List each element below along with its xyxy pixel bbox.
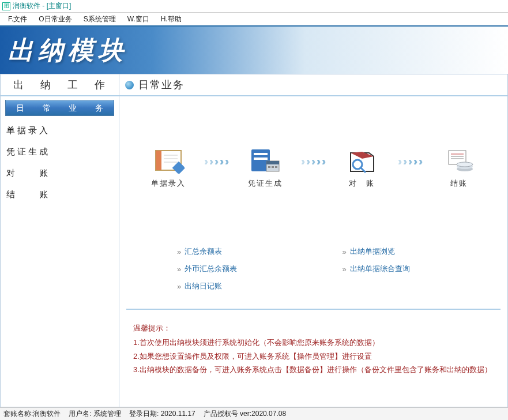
sidebar-category-daily[interactable]: 日 常 业 务 (5, 100, 114, 116)
svg-rect-12 (272, 166, 274, 168)
window-title: 润衡软件 - [主窗口] (13, 1, 71, 11)
tips-title: 温馨提示： (133, 321, 494, 335)
sidebar-item-voucher[interactable]: 凭证生成 (6, 143, 113, 164)
menu-window[interactable]: W.窗口 (122, 13, 155, 26)
link-cash-journal[interactable]: 出纳日记账 (177, 281, 319, 291)
sidebar: 出 纳 工 作 日 常 业 务 单据录入 凭证生成 对 账 结 账 (0, 74, 119, 407)
menu-help[interactable]: H.帮助 (155, 13, 187, 26)
reconcile-icon (346, 148, 378, 174)
sidebar-header: 出 纳 工 作 (1, 74, 119, 96)
flow-arrow-icon (302, 160, 326, 177)
status-bar: 套账名称:润衡软件 用户名: 系统管理 登录日期: 2020.11.17 产品授… (0, 407, 508, 420)
menu-file[interactable]: F.文件 (2, 13, 33, 26)
status-account: 套账名称:润衡软件 (3, 409, 69, 419)
svg-rect-10 (266, 161, 279, 164)
flow-label: 单据录入 (151, 178, 186, 189)
document-entry-icon (152, 148, 185, 174)
link-bill-browse[interactable]: 出纳单据浏览 (343, 246, 485, 257)
status-login-date: 登录日期: 2020.11.17 (129, 409, 204, 419)
link-bill-query[interactable]: 出纳单据综合查询 (343, 264, 485, 274)
flow-arrow-icon (205, 160, 229, 177)
svg-rect-13 (275, 166, 277, 168)
quick-links: 汇总余额表 出纳单据浏览 外币汇总余额表 出纳单据综合查询 出纳日记账 (119, 241, 507, 309)
flow-node-voucher[interactable]: 凭证生成 (234, 148, 297, 189)
flow-label: 凭证生成 (248, 178, 283, 189)
menu-bar: F.文件 O日常业务 S系统管理 W.窗口 H.帮助 (0, 13, 508, 27)
flow-label: 结账 (450, 178, 468, 189)
sidebar-item-reconcile[interactable]: 对 账 (6, 164, 113, 186)
workflow-row: 单据录入 凭证生成 对 账 结账 (119, 96, 507, 241)
bullet-icon (125, 81, 134, 89)
voucher-icon (249, 148, 281, 174)
closing-icon (443, 148, 475, 174)
sidebar-item-entry[interactable]: 单据录入 (6, 122, 113, 143)
svg-point-22 (457, 162, 473, 167)
svg-rect-11 (268, 166, 270, 168)
flow-node-close[interactable]: 结账 (427, 148, 491, 189)
module-banner: 出纳模块 (0, 27, 508, 74)
svg-rect-8 (254, 158, 268, 160)
link-fx-summary[interactable]: 外币汇总余额表 (177, 264, 319, 274)
flow-node-reconcile[interactable]: 对 账 (330, 148, 394, 189)
svg-rect-7 (254, 153, 268, 155)
flow-label: 对 账 (349, 178, 375, 189)
menu-daily[interactable]: O日常业务 (33, 13, 77, 26)
page-title: 日常业务 (138, 78, 185, 92)
tip-line: 2.如果您想设置操作员及权限，可进入账务系统【操作员管理】进行设置 (133, 350, 494, 363)
flow-node-entry[interactable]: 单据录入 (137, 148, 200, 189)
title-bar: 图 润衡软件 - [主窗口] (0, 0, 508, 13)
module-title: 出纳模块 (8, 33, 128, 68)
flow-arrow-icon (398, 160, 423, 177)
app-icon: 图 (2, 2, 10, 10)
menu-system[interactable]: S系统管理 (78, 13, 122, 26)
sidebar-item-close[interactable]: 结 账 (6, 186, 113, 207)
status-license: 产品授权号 ver:2020.07.08 (204, 409, 294, 419)
tip-line: 3.出纳模块的数据备份，可进入账务系统点击【数据备份】进行操作（备份文件里包含了… (133, 363, 494, 376)
status-user: 用户名: 系统管理 (69, 409, 129, 419)
main-panel: 日常业务 单据录入 凭证生成 对 账 结账 汇总余额表 (119, 74, 508, 407)
tip-line: 1.首次使用出纳模块须进行系统初始化（不会影响您原来账务系统的数据） (133, 336, 494, 349)
tips-panel: 温馨提示： 1.首次使用出纳模块须进行系统初始化（不会影响您原来账务系统的数据）… (119, 310, 507, 388)
svg-rect-1 (156, 151, 161, 170)
link-summary-balance[interactable]: 汇总余额表 (177, 246, 319, 257)
main-header: 日常业务 (119, 74, 507, 96)
